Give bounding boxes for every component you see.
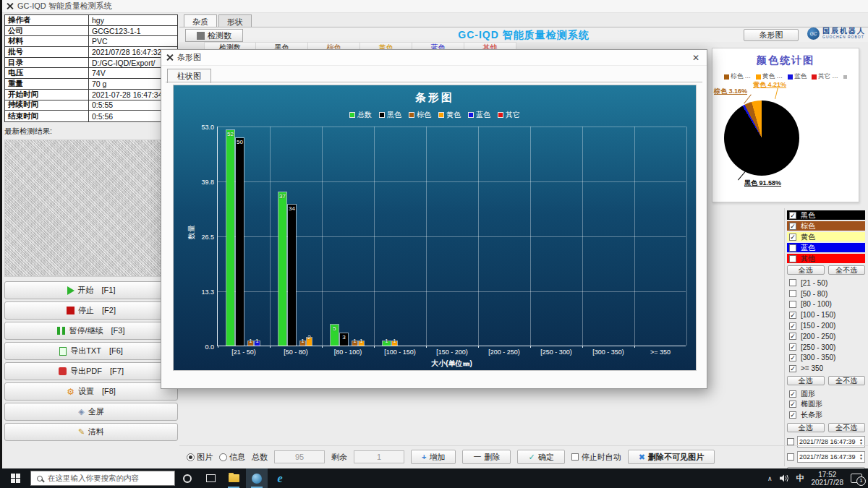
chart-category-group: 373412[50 - 80) <box>270 127 322 346</box>
clear-material-button[interactable]: ✎清料 <box>4 423 178 441</box>
checkbox[interactable] <box>789 244 796 252</box>
size-filter-row[interactable]: [100 - 150) <box>787 309 865 320</box>
checkbox[interactable] <box>789 401 796 408</box>
checkbox[interactable] <box>789 290 796 297</box>
tab-histogram[interactable]: 柱状图 <box>167 69 211 83</box>
checkbox[interactable] <box>789 411 796 419</box>
size-filter-row[interactable]: [250 - 300) <box>787 342 865 353</box>
spin-down-icon[interactable]: ▼ <box>859 442 863 445</box>
close-icon[interactable]: ✕ <box>689 53 702 63</box>
field-label: 开始时间 <box>5 90 89 100</box>
shape-filter-row[interactable]: 长条形 <box>787 410 865 421</box>
legend-label: 其它 <box>506 110 520 120</box>
axis-tick <box>426 346 427 348</box>
spinner-icons[interactable]: ▲▼ <box>859 438 863 445</box>
add-button[interactable]: + 增加 <box>411 450 456 464</box>
color-filter-蓝色[interactable]: 蓝色 <box>787 243 865 252</box>
size-filter-row[interactable]: [50 - 80) <box>787 288 865 299</box>
settings-button[interactable]: ⚙设置 [F8] <box>4 382 178 401</box>
shape-filter-row[interactable]: 椭圆形 <box>787 399 865 410</box>
radio-info[interactable]: 信息 <box>219 452 245 463</box>
select-buttons: 全选全不选 <box>787 376 865 385</box>
field-value: 2021/07/28 16:47:32 <box>89 47 161 57</box>
radio-image[interactable]: 图片 <box>187 452 213 463</box>
size-filter-row[interactable]: [300 - 350) <box>787 353 865 364</box>
shape-filter-row[interactable]: 圆形 <box>787 388 865 399</box>
select-all-button[interactable]: 全选 <box>787 265 825 275</box>
radio-info-control[interactable] <box>219 453 227 461</box>
remain-input[interactable] <box>354 450 404 463</box>
bar-总数: 52 <box>226 130 234 346</box>
size-filter-row[interactable]: [150 - 200) <box>787 320 865 331</box>
radio-image-control[interactable] <box>187 453 195 461</box>
start-button[interactable]: 开始 [F1] <box>4 281 178 299</box>
ime-indicator[interactable]: 中 <box>796 473 804 484</box>
color-filter-黄色[interactable]: 黄色 <box>787 232 865 241</box>
pause-resume-button[interactable]: 暂停/继续 [F3] <box>4 322 178 340</box>
checkbox[interactable] <box>789 223 796 230</box>
select-none-button[interactable]: 全不选 <box>828 265 866 275</box>
checkbox[interactable] <box>789 279 796 286</box>
select-all-button[interactable]: 全选 <box>787 376 825 385</box>
checkbox[interactable] <box>787 438 794 445</box>
size-filter-label: [80 - 100) <box>801 300 832 308</box>
checkbox[interactable] <box>789 354 796 361</box>
total-input[interactable] <box>274 450 325 463</box>
checkbox[interactable] <box>789 255 796 262</box>
start-button[interactable] <box>0 468 30 488</box>
size-filter-row[interactable]: [200 - 250) <box>787 331 865 342</box>
checkbox[interactable] <box>789 234 796 241</box>
speaker-icon[interactable] <box>780 474 789 482</box>
chevron-up-icon[interactable]: ∧ <box>767 475 773 482</box>
fullscreen-button[interactable]: ◈全屏 <box>4 403 178 421</box>
add-label: 增加 <box>429 452 445 463</box>
checkbox[interactable] <box>789 333 796 340</box>
field-label: 电压 <box>5 68 89 78</box>
notification-icon[interactable] <box>851 474 862 483</box>
checkbox[interactable] <box>789 343 796 351</box>
file-explorer-button[interactable] <box>223 468 244 488</box>
task-view-button[interactable] <box>200 468 221 488</box>
cortana-button[interactable] <box>176 468 198 488</box>
color-filter-其他[interactable]: 其他 <box>787 254 865 263</box>
size-filter-row[interactable]: [80 - 100) <box>787 299 865 310</box>
auto-stop-checkbox[interactable]: 停止时自动 <box>571 452 621 463</box>
checkbox[interactable] <box>789 312 796 319</box>
select-none-button[interactable]: 全不选 <box>828 423 866 432</box>
internet-explorer-button[interactable]: e <box>269 468 291 488</box>
y-tick-label: 13.3 <box>182 288 214 296</box>
legend-swatch-icon <box>498 112 503 118</box>
select-none-button[interactable]: 全不选 <box>828 376 866 385</box>
export-txt-button[interactable]: 导出TXT [F6] <box>4 342 178 360</box>
color-filter-黑色[interactable]: 黑色 <box>787 210 865 220</box>
delete-label: 删除 <box>484 452 500 463</box>
gc-iqd-app-button[interactable] <box>246 468 268 488</box>
size-filter-row[interactable]: [21 - 50) <box>787 278 865 288</box>
axis-tick <box>634 346 635 348</box>
checkbox[interactable] <box>789 365 796 372</box>
field-value: PVC <box>89 36 108 46</box>
x-icon: ✖ <box>639 453 645 462</box>
axis-tick <box>218 346 218 348</box>
auto-stop-checkbox-control[interactable] <box>571 453 579 461</box>
checkbox[interactable] <box>789 322 796 330</box>
stop-button[interactable]: 停止 [F2] <box>4 301 178 320</box>
taskbar-search-input[interactable]: 在这里输入你要搜索的内容 <box>30 471 175 486</box>
checkbox[interactable] <box>789 212 796 219</box>
bar-chart-button[interactable]: 条形图 <box>744 29 799 41</box>
export-pdf-button[interactable]: 导出PDF [F7] <box>4 362 178 380</box>
pie-slice-label: 棕色 3.16% <box>714 87 747 96</box>
select-all-button[interactable]: 全选 <box>787 423 825 432</box>
checkbox[interactable] <box>789 301 796 308</box>
size-filter-label: [250 - 300) <box>801 343 835 351</box>
y-tick-label: 0.0 <box>182 343 214 351</box>
checkbox[interactable] <box>789 390 796 398</box>
delete-invisible-button[interactable]: ✖ 删除不可见图片 <box>628 450 715 464</box>
x-category-label: [300 - 350) <box>582 348 634 356</box>
color-filter-棕色[interactable]: 棕色 <box>787 221 865 231</box>
size-filter-row[interactable]: >= 350 <box>787 363 865 374</box>
confirm-button[interactable]: ✓ 确定 <box>517 450 564 464</box>
delete-button[interactable]: 一 删除 <box>462 450 511 464</box>
taskbar-clock[interactable]: 17:52 2021/7/28 <box>812 471 844 487</box>
cortana-icon <box>183 474 192 483</box>
